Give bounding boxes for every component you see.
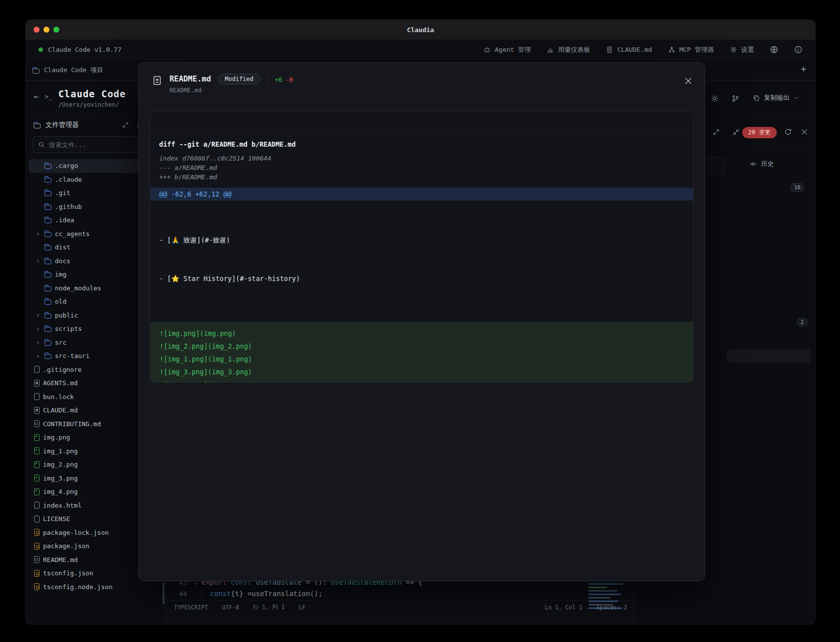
gear-icon bbox=[730, 46, 737, 53]
folder-icon bbox=[44, 259, 51, 264]
folder-icon bbox=[44, 286, 51, 291]
modified-badge: Modified bbox=[218, 74, 260, 84]
status-spaces[interactable]: Spaces: 2 bbox=[596, 604, 627, 611]
markdown-file-icon bbox=[34, 380, 40, 387]
history-icon bbox=[749, 160, 757, 168]
additions-count: +6 bbox=[275, 76, 283, 83]
file-icon bbox=[34, 516, 40, 522]
context-lines: - [🙏 致谢](#-致谢) - [⭐ Star History](#-star… bbox=[159, 208, 684, 311]
image-file-icon bbox=[34, 475, 40, 482]
new-tab-button[interactable]: + bbox=[801, 64, 806, 74]
titlebar: Claudia bbox=[26, 20, 815, 40]
file-icon bbox=[34, 366, 40, 373]
folder-icon bbox=[44, 191, 51, 196]
divider bbox=[267, 74, 268, 84]
menu-settings[interactable]: 设置 bbox=[730, 45, 754, 54]
tab-claude-code-project[interactable]: Claude Code 项目 bbox=[33, 66, 103, 75]
chevron-down-icon bbox=[794, 95, 799, 101]
menu-agent-manager[interactable]: Agent 管理 bbox=[483, 45, 531, 54]
image-file-icon bbox=[34, 461, 40, 468]
menu-usage-dashboard[interactable]: 用量仪表板 bbox=[546, 45, 590, 54]
changes-count-badge: 20 变更 bbox=[742, 127, 777, 138]
collapse-icon[interactable] bbox=[732, 128, 740, 136]
expand-icon[interactable] bbox=[713, 128, 720, 136]
status-cursor-cn[interactable]: 行 1, 列 1 bbox=[253, 603, 285, 611]
close-window-button[interactable] bbox=[34, 27, 40, 33]
git-branch-icon[interactable] bbox=[731, 94, 740, 103]
markdown-file-icon bbox=[34, 420, 40, 427]
image-file-icon bbox=[34, 447, 40, 454]
search-input[interactable] bbox=[49, 141, 153, 149]
close-icon[interactable] bbox=[800, 128, 808, 136]
history-button[interactable]: 历史 bbox=[749, 160, 774, 168]
file-manager-label: 文件管理器 bbox=[45, 120, 79, 129]
tree-item[interactable]: tsconfig.node.json bbox=[29, 580, 163, 594]
refresh-icon[interactable] bbox=[784, 128, 792, 136]
folder-icon bbox=[44, 178, 51, 183]
folder-icon bbox=[44, 205, 51, 210]
folder-icon bbox=[44, 327, 51, 332]
modal-title: README.md bbox=[169, 75, 211, 83]
folder-icon bbox=[44, 245, 51, 250]
menu-claude-md[interactable]: CLAUDE.md bbox=[606, 46, 652, 53]
modal-header: README.md Modified +6-0 README.md bbox=[139, 63, 705, 94]
menu-mcp-manager[interactable]: MCP 管理器 bbox=[668, 45, 714, 54]
folder-icon bbox=[44, 273, 51, 278]
maximize-window-button[interactable] bbox=[53, 27, 59, 33]
image-file-icon bbox=[34, 488, 40, 495]
app-version: Claude Code v1.0.77 bbox=[48, 46, 122, 53]
markdown-file-icon bbox=[34, 556, 40, 563]
info-icon bbox=[794, 45, 802, 54]
back-arrow-icon[interactable]: ← bbox=[34, 91, 39, 108]
status-dot-icon bbox=[39, 47, 43, 52]
folder-icon bbox=[44, 232, 51, 237]
usage-chart-icon bbox=[546, 46, 554, 53]
gear-icon[interactable] bbox=[711, 94, 719, 103]
minimize-window-button[interactable] bbox=[43, 27, 49, 33]
app-header: Claude Code v1.0.77 Agent 管理 用量仪表板 CLAUD… bbox=[26, 40, 815, 60]
hunk-header: @@ -62,6 +62,12 @@ bbox=[150, 188, 693, 201]
folder-icon bbox=[44, 354, 51, 359]
copy-output-button[interactable]: 复制输出 bbox=[753, 93, 799, 102]
search-icon bbox=[38, 141, 45, 148]
folder-icon bbox=[34, 123, 41, 128]
modal-subtitle: README.md bbox=[169, 87, 293, 94]
count-badge: 2 bbox=[797, 318, 807, 326]
window-title: Claudia bbox=[407, 26, 434, 34]
diff-git-line: diff --git a/README.md b/README.md bbox=[159, 139, 684, 149]
sidebar-scrollbar[interactable] bbox=[163, 582, 165, 604]
json-file-icon bbox=[34, 529, 40, 536]
folder-icon bbox=[44, 341, 51, 346]
app-menu: Agent 管理 用量仪表板 CLAUDE.md MCP 管理器 设置 bbox=[483, 45, 802, 54]
file-diff-icon bbox=[152, 75, 163, 86]
diff-panel-header bbox=[150, 112, 693, 131]
json-file-icon bbox=[34, 543, 40, 550]
traffic-lights bbox=[34, 27, 59, 33]
image-file-icon bbox=[34, 434, 40, 441]
language-globe-button[interactable] bbox=[770, 45, 778, 54]
code-line: 44 const { t } = useTranslation(); bbox=[166, 588, 323, 600]
mcp-nodes-icon bbox=[668, 46, 675, 53]
list-row[interactable] bbox=[726, 349, 811, 363]
status-encoding[interactable]: UTF-8 bbox=[222, 604, 239, 611]
status-language[interactable]: TYPESCRIPT bbox=[174, 604, 208, 611]
app-window: Claudia Claude Code v1.0.77 Agent 管理 用量仪… bbox=[26, 20, 815, 624]
json-file-icon bbox=[34, 583, 40, 590]
folder-icon bbox=[33, 69, 40, 74]
folder-icon bbox=[44, 300, 51, 305]
copy-icon bbox=[753, 94, 760, 102]
modal-close-icon[interactable] bbox=[684, 77, 693, 85]
status-eol[interactable]: LF bbox=[298, 604, 305, 611]
document-icon bbox=[606, 46, 613, 53]
info-button[interactable] bbox=[794, 45, 802, 54]
markdown-file-icon bbox=[34, 407, 40, 414]
diff-meta-lines: index d76086f..c0c2514 100644 --- a/READ… bbox=[159, 154, 684, 182]
terminal-prompt-icon: >_ bbox=[44, 93, 52, 108]
folder-icon bbox=[44, 314, 51, 319]
chevron-right-icon: › bbox=[35, 312, 41, 319]
deletions-count: -0 bbox=[285, 76, 293, 83]
status-cursor-en[interactable]: Ln 1, Col 1 bbox=[545, 604, 583, 611]
expand-icon[interactable] bbox=[122, 121, 129, 128]
globe-icon bbox=[770, 45, 778, 54]
project-path: /Users/yovinchen/ bbox=[58, 101, 126, 108]
